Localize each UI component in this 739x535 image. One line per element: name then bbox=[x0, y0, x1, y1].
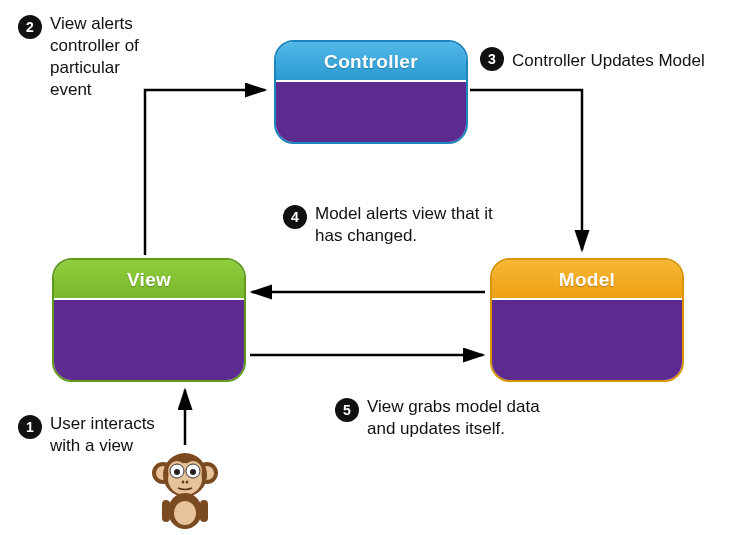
view-node: View bbox=[52, 258, 246, 382]
controller-body bbox=[276, 82, 466, 144]
step2-text: View alerts controller of particular eve… bbox=[50, 13, 160, 101]
step5-badge: 5 bbox=[335, 398, 359, 422]
step4-text: Model alerts view that it has changed. bbox=[315, 203, 495, 247]
step3-text: Controller Updates Model bbox=[512, 50, 732, 72]
view-label: View bbox=[54, 260, 244, 300]
svg-point-15 bbox=[182, 480, 185, 483]
model-label: Model bbox=[492, 260, 682, 300]
svg-rect-19 bbox=[162, 500, 170, 522]
model-body bbox=[492, 300, 682, 382]
user-monkey-icon bbox=[150, 445, 220, 530]
view-body bbox=[54, 300, 244, 382]
model-node: Model bbox=[490, 258, 684, 382]
svg-point-14 bbox=[190, 469, 196, 475]
step2-badge: 2 bbox=[18, 15, 42, 39]
step3-badge: 3 bbox=[480, 47, 504, 71]
controller-label: Controller bbox=[276, 42, 466, 82]
svg-point-16 bbox=[186, 480, 189, 483]
step5-text: View grabs model data and updates itself… bbox=[367, 396, 567, 440]
mvc-diagram: Controller View Model 1 User interacts w… bbox=[0, 0, 739, 535]
controller-node: Controller bbox=[274, 40, 468, 144]
svg-point-13 bbox=[174, 469, 180, 475]
step4-badge: 4 bbox=[283, 205, 307, 229]
svg-rect-20 bbox=[200, 500, 208, 522]
svg-point-18 bbox=[174, 501, 196, 525]
step1-badge: 1 bbox=[18, 415, 42, 439]
